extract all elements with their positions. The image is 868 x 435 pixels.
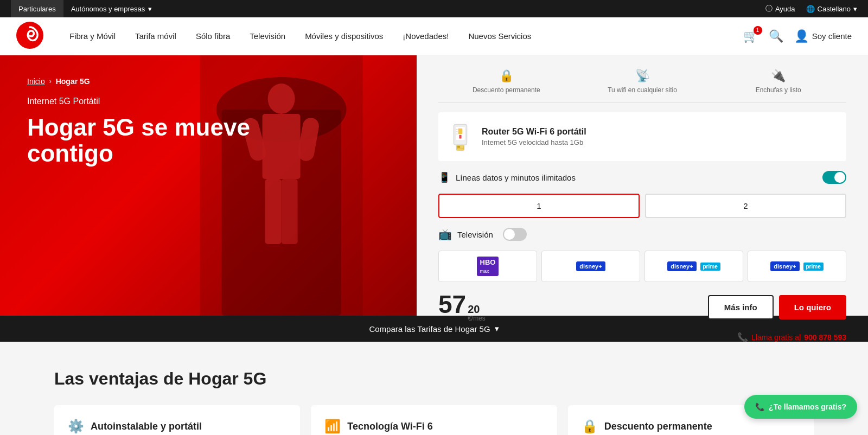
feature-tab-wifi[interactable]: 📡 Tu wifi en cualquier sitio <box>575 69 711 94</box>
svg-rect-15 <box>456 129 457 130</box>
hero-content: Inicio › Hogar 5G Internet 5G Portátil H… <box>27 77 390 167</box>
svg-rect-14 <box>459 135 461 138</box>
nav-icons: 🛒 1 🔍 👤 Soy cliente <box>743 29 852 43</box>
feature-tabs: 🔒 Descuento permanente 📡 Tu wifi en cual… <box>438 69 846 103</box>
top-bar-right: ⓘ Ayuda 🌐 Castellano ▾ <box>765 4 857 14</box>
ventajas-cards: ⚙️ Autoinstalable y portátil Introduce l… <box>54 405 814 435</box>
nav-fibra-movil[interactable]: Fibra y Móvil <box>60 17 125 55</box>
price-action-row: 57 20 €/mes Más info Lo quiero <box>438 292 846 322</box>
hero-section: Inicio › Hogar 5G Internet 5G Portátil H… <box>0 55 868 316</box>
svg-rect-19 <box>457 146 460 148</box>
top-bar-left: Particulares Autónomos y empresas ▾ <box>11 0 159 17</box>
phone-row: 📞 Llama gratis al 900 878 593 <box>438 332 846 342</box>
cta-float-button[interactable]: 📞 ¿Te llamamos gratis? <box>744 395 857 419</box>
price-block: 57 20 €/mes <box>438 292 486 322</box>
vodafone-logo[interactable] <box>16 22 60 51</box>
prime-logo-2: prime <box>803 263 824 271</box>
plug-icon: 🔌 <box>771 69 786 83</box>
compare-label: Compara las Tarifas de Hogar 5G <box>369 324 490 334</box>
sim-icon: 📱 <box>438 171 450 183</box>
action-buttons: Más info Lo quiero <box>708 295 846 319</box>
streaming-disney-prime2[interactable]: disney+ prime <box>748 251 846 282</box>
nav-moviles[interactable]: Móviles y dispositivos <box>295 17 393 55</box>
chevron-down-icon: ▾ <box>853 5 857 13</box>
lock-icon: 🔒 <box>499 69 514 83</box>
ventajas-section: Las ventajas de Hogar 5G ⚙️ Autoinstalab… <box>0 342 868 435</box>
ventaja-name-1: Tecnología Wi-Fi 6 <box>347 421 433 432</box>
breadcrumb-current: Hogar 5G <box>56 77 90 86</box>
streaming-disney[interactable]: disney+ <box>541 251 640 282</box>
prime-logo: prime <box>700 263 720 271</box>
phone-cta-icon: 📞 <box>755 402 764 411</box>
topbar-autonomos[interactable]: Autónomos y empresas ▾ <box>63 0 160 17</box>
nav-links: Fibra y Móvil Tarifa móvil Sólo fibra Te… <box>60 17 743 55</box>
mas-info-button[interactable]: Más info <box>708 295 774 319</box>
nav-television[interactable]: Televisión <box>240 17 295 55</box>
svg-rect-17 <box>456 133 457 135</box>
svg-rect-13 <box>458 128 462 133</box>
ventaja-card-1: 📶 Tecnología Wi-Fi 6 Hasta 1Gbps multipl… <box>311 405 557 435</box>
option-2-button[interactable]: 2 <box>645 194 846 218</box>
tv-toggle[interactable] <box>503 228 527 241</box>
tv-icon: 📺 <box>438 228 452 241</box>
hero-subtitle: Internet 5G Portátil <box>27 97 390 106</box>
product-info: Router 5G Wi-Fi 6 portátil Internet 5G v… <box>482 127 838 146</box>
svg-rect-8 <box>265 179 281 244</box>
topbar-language[interactable]: 🌐 Castellano ▾ <box>806 5 857 13</box>
cart-badge: 1 <box>754 26 762 35</box>
product-desc: Internet 5G velocidad hasta 1Gb <box>482 138 838 146</box>
user-icon: 👤 <box>794 29 809 43</box>
feature-tab-descuento[interactable]: 🔒 Descuento permanente <box>438 69 575 94</box>
hero-left: Inicio › Hogar 5G Internet 5G Portátil H… <box>0 55 417 316</box>
soy-cliente-button[interactable]: 👤 Soy cliente <box>794 29 852 43</box>
help-circle-icon: ⓘ <box>765 4 773 14</box>
topbar-ayuda[interactable]: ⓘ Ayuda <box>765 4 795 14</box>
breadcrumb: Inicio › Hogar 5G <box>27 77 390 86</box>
globe-icon: 🌐 <box>806 5 815 13</box>
streaming-hbo[interactable]: HBOmax <box>438 251 537 282</box>
topbar-particulares[interactable]: Particulares <box>11 0 63 17</box>
option-1-button[interactable]: 1 <box>438 194 640 218</box>
wrench-icon: ⚙️ <box>68 419 84 434</box>
phone-number[interactable]: 900 878 593 <box>804 333 846 342</box>
tv-label: Televisión <box>457 230 493 239</box>
svg-rect-16 <box>456 131 457 132</box>
hero-title: Hogar 5G se mueve contigo <box>27 114 298 167</box>
lineas-toggle[interactable] <box>822 171 846 184</box>
price-unit: €/mes <box>468 315 486 322</box>
options-row: 1 2 <box>438 194 846 218</box>
phone-icon: 📞 <box>737 332 748 342</box>
toggle-label: Líneas datos y minutos ilimitados <box>456 173 817 182</box>
phone-prefix: Llama gratis al <box>751 333 801 342</box>
nav-novedades[interactable]: ¡Novedades! <box>393 17 458 55</box>
top-bar: Particulares Autónomos y empresas ▾ ⓘ Ay… <box>0 0 868 17</box>
streaming-disney-prime[interactable]: disney+ prime <box>644 251 743 282</box>
nav-solo-fibra[interactable]: Sólo fibra <box>186 17 240 55</box>
breadcrumb-home[interactable]: Inicio <box>27 77 45 86</box>
product-row: Router 5G Wi-Fi 6 portátil Internet 5G v… <box>438 112 846 161</box>
chevron-down-icon: ▾ <box>148 5 152 13</box>
disney-logo-2: disney+ <box>667 261 696 271</box>
ventaja-card-0: ⚙️ Autoinstalable y portátil Introduce l… <box>54 405 300 435</box>
ventaja-name-2: Descuento permanente <box>604 421 712 432</box>
search-icon-wrapper[interactable]: 🔍 <box>769 29 783 43</box>
cart-icon-wrapper[interactable]: 🛒 1 <box>743 29 758 43</box>
lo-quiero-button[interactable]: Lo quiero <box>779 295 846 319</box>
chevron-down-icon: ▾ <box>495 324 499 334</box>
search-icon: 🔍 <box>769 29 783 43</box>
product-image <box>446 120 474 153</box>
ventajas-title: Las ventajas de Hogar 5G <box>54 369 814 389</box>
wifi-icon: 📡 <box>635 69 650 83</box>
wifi6-icon: 📶 <box>324 419 341 434</box>
svg-rect-9 <box>281 179 297 244</box>
feature-tab-enchufa[interactable]: 🔌 Enchufas y listo <box>710 69 846 94</box>
price-decimal: 20 <box>468 304 486 315</box>
svg-rect-18 <box>456 145 464 150</box>
streaming-row: HBOmax disney+ disney+ prime disney+ pri… <box>438 251 846 282</box>
cta-float-label: ¿Te llamamos gratis? <box>769 402 846 411</box>
nav-nuevos-servicios[interactable]: Nuevos Servicios <box>458 17 541 55</box>
nav-tarifa-movil[interactable]: Tarifa móvil <box>125 17 186 55</box>
tv-row: 📺 Televisión <box>438 228 846 241</box>
discount-icon: 🔒 <box>582 419 598 434</box>
disney-logo-3: disney+ <box>770 261 799 271</box>
